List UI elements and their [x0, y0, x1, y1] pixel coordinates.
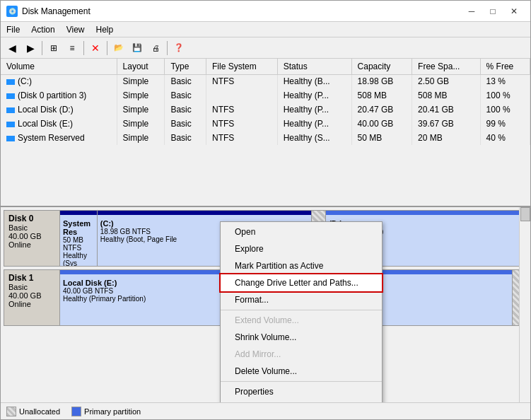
partition-header-bar	[98, 211, 312, 215]
title-buttons: ─ □ ✕	[461, 4, 525, 18]
main-window: 💿 Disk Management ─ □ ✕ File Action View…	[0, 0, 531, 420]
disk-icon	[6, 136, 15, 141]
scrollbar-v[interactable]	[519, 207, 530, 402]
disk-icon	[6, 79, 15, 85]
menu-help[interactable]: Help	[91, 23, 119, 36]
disk-status: Online	[8, 300, 55, 308]
ctx-item[interactable]: Explore	[221, 240, 382, 257]
cell-type: Basic	[165, 103, 206, 117]
toolbar-print[interactable]: 🖨	[147, 40, 164, 57]
toolbar-sep-2	[83, 41, 84, 55]
toolbar-forward[interactable]: ▶	[22, 40, 39, 57]
legend-unallocated-box	[6, 407, 16, 416]
legend-primary-box	[71, 407, 81, 416]
cell-pct: 100 %	[480, 88, 530, 103]
ctx-item[interactable]: Mark Partition as Active	[221, 257, 382, 274]
maximize-button[interactable]: □	[482, 4, 503, 18]
col-status: Status	[277, 59, 351, 74]
cell-status: Healthy (P...	[277, 103, 351, 117]
table-row[interactable]: Local Disk (D:) Simple Basic NTFS Health…	[1, 103, 530, 117]
toolbar-list[interactable]: ≡	[64, 40, 81, 57]
disk-icon	[6, 122, 15, 127]
cell-capacity: 40.00 GB	[351, 117, 412, 131]
toolbar-grid[interactable]: ⊞	[45, 40, 62, 57]
cell-free: 20.41 GB	[412, 103, 481, 117]
cell-status: Healthy (B...	[277, 74, 351, 88]
cell-volume: System Reserved	[1, 131, 117, 145]
toolbar: ◀ ▶ ⊞ ≡ ✕ 📂 💾 🖨 ❓	[1, 37, 530, 59]
table-row[interactable]: (C:) Simple Basic NTFS Healthy (B... 18.…	[1, 74, 530, 88]
legend-primary-label: Primary partition	[84, 407, 141, 416]
toolbar-delete-red[interactable]: ✕	[87, 40, 104, 57]
ctx-item[interactable]: Change Drive Letter and Paths...	[221, 274, 382, 291]
ctx-item[interactable]: Properties	[221, 383, 382, 400]
cell-layout: Simple	[117, 117, 165, 131]
toolbar-export[interactable]: 💾	[129, 40, 146, 57]
close-button[interactable]: ✕	[503, 4, 525, 18]
cell-fs: NTFS	[206, 131, 277, 145]
toolbar-help[interactable]: ❓	[170, 40, 187, 57]
ctx-item: Extend Volume...	[221, 312, 382, 329]
scroll-thumb[interactable]	[520, 207, 530, 221]
disk-type: Basic	[8, 283, 55, 291]
cell-volume: (Disk 0 partition 3)	[1, 88, 117, 103]
ctx-item[interactable]: Format...	[221, 291, 382, 308]
table-row[interactable]: System Reserved Simple Basic NTFS Health…	[1, 131, 530, 145]
cell-type: Basic	[165, 74, 206, 88]
minimize-button[interactable]: ─	[461, 4, 482, 18]
cell-layout: Simple	[117, 74, 165, 88]
col-free: Free Spa...	[412, 59, 481, 74]
window-title: Disk Management	[22, 6, 91, 16]
cell-free: 508 MB	[412, 88, 481, 103]
ctx-item: Add Mirror...	[221, 346, 382, 363]
col-type: Type	[165, 59, 206, 74]
cell-volume: Local Disk (E:)	[1, 117, 117, 131]
cell-fs	[206, 88, 277, 103]
cell-pct: 40 %	[480, 131, 530, 145]
ctx-item[interactable]: Help	[221, 400, 382, 402]
toolbar-import[interactable]: 📂	[110, 40, 127, 57]
cell-capacity: 18.98 GB	[351, 74, 412, 88]
context-menu: OpenExploreMark Partition as ActiveChang…	[220, 221, 383, 402]
ctx-item[interactable]: Delete Volume...	[221, 363, 382, 380]
disk-status: Online	[8, 240, 55, 249]
table-row[interactable]: (Disk 0 partition 3) Simple Basic Health…	[1, 88, 530, 103]
cell-pct: 100 %	[480, 103, 530, 117]
main-content: Volume Layout Type File System Status Ca…	[1, 59, 530, 419]
legend-unallocated-label: Unallocated	[19, 407, 60, 416]
menu-file[interactable]: File	[1, 23, 25, 36]
ctx-item[interactable]: Open	[221, 223, 382, 240]
toolbar-back[interactable]: ◀	[4, 40, 21, 57]
partition[interactable]: System Res50 MB NTFSHealthy (Sys	[60, 211, 98, 266]
cell-capacity: 20.47 GB	[351, 103, 412, 117]
cell-type: Basic	[165, 131, 206, 145]
disk-view-area: Disk 0 Basic 40.00 GB Online System Res5…	[1, 207, 530, 402]
table-row[interactable]: Local Disk (E:) Simple Basic NTFS Health…	[1, 117, 530, 131]
cell-layout: Simple	[117, 88, 165, 103]
cell-fs: NTFS	[206, 74, 277, 88]
cell-volume: (C:)	[1, 74, 117, 88]
cell-capacity: 508 MB	[351, 88, 412, 103]
legend-primary: Primary partition	[71, 407, 141, 416]
col-pct: % Free	[480, 59, 530, 74]
partition-header-bar	[60, 211, 97, 215]
menu-view[interactable]: View	[61, 23, 91, 36]
menu-action[interactable]: Action	[25, 23, 60, 36]
cell-capacity: 50 MB	[351, 131, 412, 145]
cell-fs: NTFS	[206, 117, 277, 131]
cell-layout: Simple	[117, 131, 165, 145]
cell-type: Basic	[165, 88, 206, 103]
ctx-separator	[221, 381, 382, 382]
cell-fs: NTFS	[206, 103, 277, 117]
cell-status: Healthy (P...	[277, 88, 351, 103]
col-filesystem: File System	[206, 59, 277, 74]
menu-bar: File Action View Help	[1, 22, 530, 37]
title-bar: 💿 Disk Management ─ □ ✕	[1, 1, 530, 22]
partition-size: 50 MB NTFS	[63, 236, 94, 252]
disk-label: Disk 1 Basic 40.00 GB Online	[4, 269, 60, 326]
disk-name: Disk 1	[8, 273, 55, 283]
col-capacity: Capacity	[351, 59, 412, 74]
partition-status: Healthy (Sys	[63, 252, 94, 266]
ctx-item[interactable]: Shrink Volume...	[221, 329, 382, 346]
disk-label: Disk 0 Basic 40.00 GB Online	[4, 210, 60, 267]
